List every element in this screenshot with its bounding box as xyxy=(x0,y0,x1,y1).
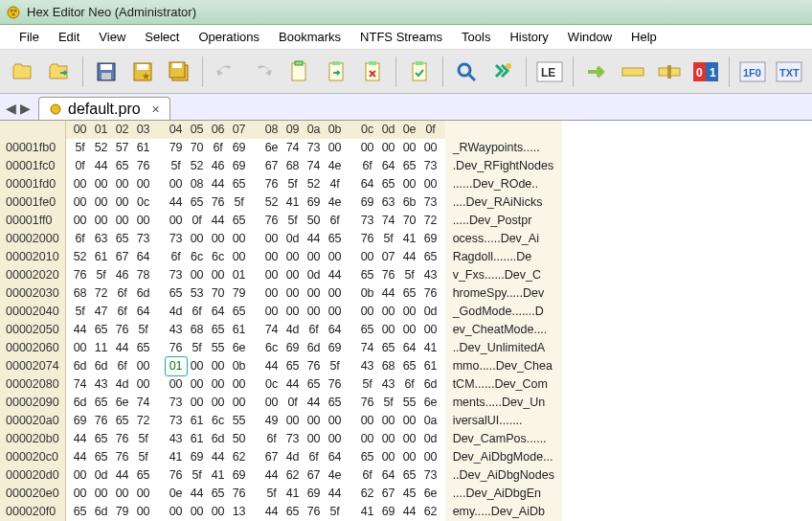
byte[interactable]: 69 xyxy=(229,466,250,485)
byte[interactable]: 65 xyxy=(357,448,378,466)
byte[interactable]: 76 xyxy=(420,284,441,303)
byte[interactable]: 65 xyxy=(399,157,420,175)
byte[interactable]: 00 xyxy=(187,230,208,248)
byte[interactable]: 67 xyxy=(112,248,133,266)
byte[interactable]: 65 xyxy=(91,394,112,412)
byte[interactable]: 76 xyxy=(304,503,325,521)
byte[interactable]: 61 xyxy=(91,248,112,266)
byte-row[interactable]: 000d4465765f41694462674e6f646573 xyxy=(66,466,445,485)
menu-window[interactable]: Window xyxy=(558,27,621,47)
byte[interactable]: 5f xyxy=(325,503,346,521)
byte[interactable]: 4e xyxy=(325,193,346,212)
byte[interactable]: 74 xyxy=(357,339,378,357)
byte[interactable]: 43 xyxy=(420,266,441,284)
byte[interactable]: 00 xyxy=(420,175,441,193)
byte[interactable]: 00 xyxy=(208,357,229,375)
saveas-button[interactable] xyxy=(164,55,194,89)
byte[interactable]: 0d xyxy=(304,266,325,284)
byte[interactable]: 64 xyxy=(208,303,229,321)
byte[interactable]: 6e xyxy=(112,394,133,412)
byte[interactable]: 00 xyxy=(187,394,208,412)
byte[interactable]: 65 xyxy=(91,430,112,448)
byte[interactable]: 44 xyxy=(91,157,112,175)
byte[interactable]: 00 xyxy=(325,430,346,448)
clipboard2-button[interactable] xyxy=(321,55,351,89)
byte[interactable]: 74 xyxy=(282,139,304,157)
encoding-button[interactable]: LE xyxy=(534,55,565,89)
byte[interactable]: 47 xyxy=(91,303,112,321)
byte[interactable]: 61 xyxy=(187,412,208,430)
byte[interactable]: 46 xyxy=(112,266,133,284)
byte[interactable]: 00 xyxy=(166,175,187,193)
byte[interactable]: 73 xyxy=(420,193,441,212)
byte[interactable]: 5f xyxy=(229,193,250,212)
byte[interactable]: 00 xyxy=(325,412,346,430)
byte[interactable]: 73 xyxy=(420,157,441,175)
open-button[interactable] xyxy=(8,55,38,89)
byte-row[interactable]: 6976657273616c55490000000000000a xyxy=(66,412,445,430)
byte[interactable]: 6f xyxy=(261,430,282,448)
byte[interactable]: 6f xyxy=(357,466,378,485)
byte[interactable]: 00 xyxy=(133,375,154,394)
byte[interactable]: 6f xyxy=(208,139,229,157)
byte[interactable]: 69 xyxy=(304,485,325,503)
menu-history[interactable]: History xyxy=(500,27,557,47)
byte[interactable]: 64 xyxy=(133,248,154,266)
byte[interactable]: 0f xyxy=(187,212,208,230)
byte[interactable]: 44 xyxy=(399,248,420,266)
byte[interactable]: 68 xyxy=(70,284,91,303)
byte[interactable]: 00 xyxy=(304,303,325,321)
byte[interactable]: 44 xyxy=(261,357,282,375)
byte[interactable]: 00 xyxy=(70,212,91,230)
byte[interactable]: 00 xyxy=(261,230,282,248)
byte[interactable]: 76 xyxy=(112,448,133,466)
byte[interactable]: 6f xyxy=(399,375,420,394)
byte[interactable]: 00 xyxy=(133,175,154,193)
byte[interactable]: 76 xyxy=(112,430,133,448)
byte[interactable]: 41 xyxy=(166,448,187,466)
byte[interactable]: 00 xyxy=(112,175,133,193)
byte[interactable]: 65 xyxy=(420,248,441,266)
hexview-button[interactable]: 1F0 xyxy=(737,55,768,89)
byte[interactable]: 00 xyxy=(187,375,208,394)
byte[interactable]: 76 xyxy=(166,466,187,485)
byte[interactable]: 00 xyxy=(187,357,208,375)
byte[interactable]: 07 xyxy=(378,248,399,266)
byte[interactable]: 00 xyxy=(399,430,420,448)
byte[interactable]: 50 xyxy=(229,430,250,448)
byte[interactable]: 65 xyxy=(187,193,208,212)
tab-prev-icon[interactable]: ◀ xyxy=(6,101,16,116)
byte[interactable]: 76 xyxy=(261,175,282,193)
byte[interactable]: 62 xyxy=(420,503,441,521)
insert2-button[interactable] xyxy=(654,55,685,89)
byte[interactable]: 57 xyxy=(112,139,133,157)
menu-edit[interactable]: Edit xyxy=(49,27,89,47)
byte[interactable]: 43 xyxy=(166,430,187,448)
byte[interactable]: 5f xyxy=(378,394,399,412)
byte[interactable]: 74 xyxy=(378,212,399,230)
byte[interactable]: 00 xyxy=(420,139,441,157)
byte[interactable]: 64 xyxy=(133,303,154,321)
byte[interactable]: 65 xyxy=(229,175,250,193)
byte-row[interactable]: 5f476f644d6f6465000000000000000d xyxy=(66,303,445,321)
byte[interactable]: 0c xyxy=(133,193,154,212)
byte[interactable]: 00 xyxy=(166,503,187,521)
byte[interactable]: 00 xyxy=(399,412,420,430)
byte[interactable]: 4d xyxy=(282,321,304,339)
byte[interactable]: 0e xyxy=(166,485,187,503)
byte[interactable]: 44 xyxy=(399,503,420,521)
byte[interactable]: 00 xyxy=(261,284,282,303)
byte[interactable]: 64 xyxy=(325,448,346,466)
byte[interactable]: 52 xyxy=(70,248,91,266)
byte[interactable]: 00 xyxy=(187,266,208,284)
clipboard1-button[interactable] xyxy=(283,55,314,89)
insert1-button[interactable] xyxy=(618,55,648,89)
byte[interactable]: 5f xyxy=(91,266,112,284)
byte[interactable]: 76 xyxy=(357,394,378,412)
byte[interactable]: 00 xyxy=(208,230,229,248)
byte[interactable]: 00 xyxy=(229,248,250,266)
byte[interactable]: 00 xyxy=(304,284,325,303)
byte[interactable]: 65 xyxy=(112,230,133,248)
byte[interactable]: 73 xyxy=(357,212,378,230)
byte[interactable]: 5f xyxy=(399,266,420,284)
